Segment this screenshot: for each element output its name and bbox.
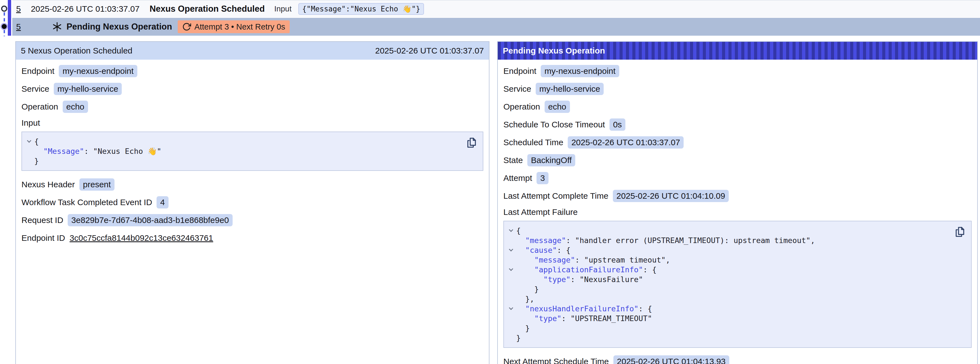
collapse-chevron-icon[interactable] (509, 228, 513, 232)
detail-field: Request ID3e829b7e-7d67-4b08-aad3-b1e868… (21, 214, 483, 227)
detail-field: Endpointmy-nexus-endpoint (21, 65, 483, 77)
workflow-event-history-view: 5 2025-02-26 UTC 01:03:37.07 Nexus Opera… (0, 0, 980, 364)
field-label: Endpoint (503, 66, 536, 76)
pending-marker-filled-circle-icon (0, 23, 8, 30)
field-value-badge: echo (63, 101, 88, 113)
json-line: }, (506, 294, 949, 304)
json-line: "Message": "Nexus Echo 👋" (24, 146, 460, 156)
field-value-badge: 2025-02-26 UTC 01:03:37.07 (568, 136, 684, 148)
pending-operation-title: Pending Nexus Operation (67, 22, 172, 32)
json-line: } (506, 323, 949, 333)
event-id-link[interactable]: 5 (16, 4, 21, 14)
field-value-link[interactable]: 3c0c75ccfa8144b092c13ce632463761 (70, 233, 213, 243)
json-line: "message": "handler error (UPSTREAM_TIME… (506, 236, 949, 245)
timeline-selected-bar (8, 0, 11, 36)
pending-operation-panel: Pending Nexus Operation Endpointmy-nexus… (497, 41, 978, 364)
detail-field: Servicemy-hello-service (503, 83, 972, 95)
field-value-badge: my-hello-service (536, 83, 604, 95)
event-detail-panel: 5 Nexus Operation Scheduled 2025-02-26 U… (15, 41, 490, 364)
field-value-badge: 3e829b7e-7d67-4b08-aad3-b1e868bfe9e0 (68, 214, 232, 226)
pending-asterisk-icon (52, 22, 62, 32)
detail-field: Nexus Headerpresent (21, 178, 483, 191)
field-label: Endpoint (21, 66, 54, 76)
json-viewer: { "Message": "Nexus Echo 👋"} (21, 132, 483, 171)
event-row-nexus-operation-scheduled[interactable]: 5 2025-02-26 UTC 01:03:37.07 Nexus Opera… (12, 0, 980, 17)
detail-field: Operationecho (503, 101, 972, 113)
field-value-badge: BackingOff (527, 154, 575, 166)
field-label: Workflow Task Completed Event ID (21, 198, 152, 207)
pending-operation-header-title: Pending Nexus Operation (503, 46, 605, 56)
field-value-badge: my-nexus-endpoint (541, 65, 619, 77)
detail-field: Schedule To Close Timeout0s (503, 118, 972, 131)
json-line: "type": "UPSTREAM_TIMEOUT" (506, 314, 949, 323)
field-value-badge: present (80, 178, 115, 191)
event-detail-header: 5 Nexus Operation Scheduled 2025-02-26 U… (16, 42, 489, 60)
json-line: } (24, 156, 460, 166)
field-label: Next Attempt Schedule Time (503, 357, 609, 364)
pending-nexus-operation-row[interactable]: 5 Pending Nexus Operation Attempt 3 • Ne… (12, 18, 980, 36)
json-line: "message": "upstream timeout", (506, 255, 949, 265)
input-label: Input (274, 5, 291, 13)
field-value-badge: 4 (157, 196, 169, 209)
json-viewer: { "message": "handler error (UPSTREAM_TI… (503, 221, 972, 348)
field-value-badge: 2025-02-26 UTC 01:04:10.09 (613, 190, 729, 202)
detail-field: StateBackingOff (503, 154, 972, 167)
attempt-retry-badge: Attempt 3 • Next Retry 0s (178, 20, 290, 33)
detail-field: Operationecho (21, 101, 483, 113)
event-detail-timestamp: 2025-02-26 UTC 01:03:37.07 (375, 46, 484, 56)
json-line: "applicationFailureInfo": { (506, 265, 949, 275)
field-label: Last Attempt Complete Time (503, 191, 608, 201)
json-line: "cause": { (506, 245, 949, 255)
field-label: Request ID (21, 216, 63, 225)
field-label: Nexus Header (21, 180, 75, 189)
event-detail-body: Endpointmy-nexus-endpointServicemy-hello… (16, 60, 489, 244)
detail-field: Endpointmy-nexus-endpoint (503, 65, 972, 77)
detail-field: Scheduled Time2025-02-26 UTC 01:03:37.07 (503, 136, 972, 149)
field-label: State (503, 155, 523, 165)
field-label: Attempt (503, 173, 532, 183)
json-line: "type": "NexusFailure" (506, 275, 949, 284)
collapse-chevron-icon[interactable] (509, 267, 513, 271)
json-line: } (506, 333, 949, 343)
event-type-title: Nexus Operation Scheduled (150, 4, 265, 14)
field-label: Operation (503, 102, 540, 112)
field-value-badge: 2025-02-26 UTC 01:04:13.93 (613, 355, 729, 364)
attempt-badge-text: Attempt 3 • Next Retry 0s (194, 22, 285, 32)
field-label: Scheduled Time (503, 138, 563, 147)
field-label: Service (21, 84, 49, 94)
json-line: { (506, 226, 949, 236)
pending-operation-body: Endpointmy-nexus-endpointServicemy-hello… (498, 60, 977, 364)
event-marker-open-circle-icon (1, 6, 7, 12)
json-line: } (506, 284, 949, 294)
collapse-chevron-icon[interactable] (509, 306, 513, 310)
detail-field: Next Attempt Schedule Time2025-02-26 UTC… (503, 355, 972, 364)
copy-icon[interactable] (953, 225, 967, 239)
copy-icon[interactable] (465, 136, 478, 150)
event-detail-title: 5 Nexus Operation Scheduled (21, 46, 132, 56)
json-line: "nexusHandlerFailureInfo": { (506, 304, 949, 314)
pending-operation-header: Pending Nexus Operation (498, 42, 977, 60)
field-value-badge: my-nexus-endpoint (59, 65, 137, 77)
field-label: Service (503, 84, 531, 94)
field-value-badge: echo (545, 101, 570, 113)
field-value-badge: 3 (536, 172, 549, 184)
field-value-badge: 0s (609, 118, 626, 131)
collapse-chevron-icon[interactable] (27, 139, 31, 143)
event-timestamp: 2025-02-26 UTC 01:03:37.07 (31, 4, 140, 14)
detail-field: Attempt3 (503, 172, 972, 185)
detail-field: Workflow Task Completed Event ID4 (21, 196, 483, 209)
section-label: Input (21, 118, 483, 128)
section-label: Last Attempt Failure (503, 208, 972, 217)
field-label: Operation (21, 102, 58, 112)
retry-icon (182, 22, 191, 31)
field-label: Schedule To Close Timeout (503, 120, 605, 129)
json-line: { (24, 137, 460, 146)
field-value-badge: my-hello-service (54, 83, 122, 95)
event-id-link[interactable]: 5 (16, 22, 21, 32)
input-preview-pill[interactable]: {"Message":"Nexus Echo 👋"} (298, 3, 424, 15)
collapse-chevron-icon[interactable] (509, 247, 513, 252)
field-label: Endpoint ID (21, 233, 65, 243)
detail-field: Endpoint ID3c0c75ccfa8144b092c13ce632463… (21, 231, 483, 244)
detail-field: Last Attempt Complete Time2025-02-26 UTC… (503, 190, 972, 202)
detail-field: Servicemy-hello-service (21, 83, 483, 95)
